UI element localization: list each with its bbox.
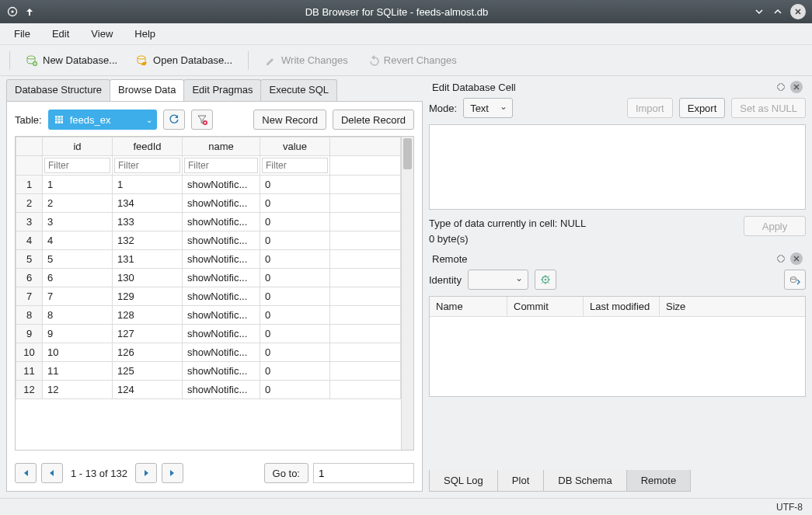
table-row[interactable]: 66130showNotific...0 — [16, 269, 401, 287]
remote-table[interactable]: Name Commit Last modified Size — [429, 296, 806, 397]
table-row[interactable]: 1111125showNotific...0 — [16, 362, 401, 381]
table-row[interactable]: 33133showNotific...0 — [16, 213, 401, 231]
table-row[interactable]: 111showNotific...0 — [16, 176, 401, 194]
row-number[interactable]: 4 — [16, 231, 43, 250]
remote-col-size[interactable]: Size — [660, 297, 805, 316]
cell-name[interactable]: showNotific... — [183, 231, 260, 250]
panel-float-icon[interactable] — [775, 81, 787, 93]
cell-name[interactable]: showNotific... — [183, 194, 260, 213]
cell-id[interactable]: 1 — [43, 176, 113, 194]
filter-value[interactable] — [262, 158, 328, 173]
vertical-scrollbar[interactable] — [401, 137, 413, 450]
cell-value[interactable]: 0 — [260, 381, 330, 399]
goto-button[interactable]: Go to: — [264, 463, 308, 483]
table-row[interactable]: 22134showNotific...0 — [16, 194, 401, 213]
row-number[interactable]: 1 — [16, 176, 43, 194]
clear-filters-button[interactable] — [191, 110, 213, 130]
cell-value[interactable]: 0 — [260, 176, 330, 194]
cell-id[interactable]: 10 — [43, 343, 113, 362]
identity-select[interactable] — [468, 270, 528, 290]
cell-value[interactable]: 0 — [260, 287, 330, 306]
data-grid[interactable]: id feedId name value — [15, 136, 414, 451]
new-database-button[interactable]: New Database... — [19, 51, 124, 70]
filter-name[interactable] — [184, 158, 258, 173]
row-number[interactable]: 11 — [16, 362, 43, 381]
cell-name[interactable]: showNotific... — [183, 306, 260, 325]
cell-feedid[interactable]: 128 — [113, 306, 183, 325]
row-number[interactable]: 10 — [16, 343, 43, 362]
pin-icon[interactable] — [23, 5, 36, 18]
new-record-button[interactable]: New Record — [253, 110, 326, 130]
revert-changes-button[interactable]: Revert Changes — [361, 51, 463, 70]
filter-id[interactable] — [44, 158, 110, 173]
cell-feedid[interactable]: 129 — [113, 287, 183, 306]
cell-name[interactable]: showNotific... — [183, 381, 260, 399]
open-database-button[interactable]: Open Database... — [130, 51, 239, 70]
cell-value[interactable]: 0 — [260, 213, 330, 231]
cell-value[interactable]: 0 — [260, 343, 330, 362]
cell-editor[interactable] — [429, 124, 806, 210]
delete-record-button[interactable]: Delete Record — [333, 110, 414, 130]
table-row[interactable]: 1212124showNotific...0 — [16, 381, 401, 399]
table-row[interactable]: 99127showNotific...0 — [16, 325, 401, 343]
mode-select[interactable]: Text — [463, 98, 513, 118]
cell-feedid[interactable]: 131 — [113, 250, 183, 269]
cell-feedid[interactable]: 134 — [113, 194, 183, 213]
cell-name[interactable]: showNotific... — [183, 325, 260, 343]
cell-id[interactable]: 8 — [43, 306, 113, 325]
page-prev-button[interactable] — [41, 463, 63, 483]
column-header-name[interactable]: name — [183, 137, 260, 156]
menu-edit[interactable]: Edit — [44, 26, 77, 41]
cell-id[interactable]: 2 — [43, 194, 113, 213]
page-first-button[interactable] — [15, 463, 37, 483]
table-row[interactable]: 44132showNotific...0 — [16, 231, 401, 250]
row-number[interactable]: 12 — [16, 381, 43, 399]
cell-id[interactable]: 6 — [43, 269, 113, 287]
refresh-button[interactable] — [163, 110, 185, 130]
write-changes-button[interactable]: Write Changes — [258, 51, 354, 70]
set-null-button[interactable]: Set as NULL — [731, 98, 806, 118]
cell-id[interactable]: 9 — [43, 325, 113, 343]
identity-settings-button[interactable] — [535, 270, 556, 290]
remote-col-commit[interactable]: Commit — [507, 297, 584, 316]
cell-id[interactable]: 4 — [43, 231, 113, 250]
goto-input[interactable] — [313, 463, 414, 483]
cell-feedid[interactable]: 127 — [113, 325, 183, 343]
row-number[interactable]: 3 — [16, 213, 43, 231]
cell-feedid[interactable]: 1 — [113, 176, 183, 194]
push-button[interactable] — [784, 270, 806, 290]
cell-name[interactable]: showNotific... — [183, 362, 260, 381]
cell-id[interactable]: 7 — [43, 287, 113, 306]
panel-close-button[interactable] — [790, 81, 803, 93]
row-number[interactable]: 6 — [16, 269, 43, 287]
tab-remote[interactable]: Remote — [626, 470, 692, 492]
column-header-feedid[interactable]: feedId — [113, 137, 183, 156]
export-button[interactable]: Export — [679, 98, 726, 118]
cell-value[interactable]: 0 — [260, 306, 330, 325]
table-row[interactable]: 55131showNotific...0 — [16, 250, 401, 269]
cell-value[interactable]: 0 — [260, 194, 330, 213]
menu-help[interactable]: Help — [127, 26, 163, 41]
maximize-button[interactable] — [772, 5, 784, 18]
cell-name[interactable]: showNotific... — [183, 213, 260, 231]
remote-col-last[interactable]: Last modified — [584, 297, 660, 316]
cell-value[interactable]: 0 — [260, 250, 330, 269]
cell-id[interactable]: 12 — [43, 381, 113, 399]
cell-feedid[interactable]: 126 — [113, 343, 183, 362]
cell-name[interactable]: showNotific... — [183, 269, 260, 287]
cell-feedid[interactable]: 133 — [113, 213, 183, 231]
page-next-button[interactable] — [135, 463, 157, 483]
cell-name[interactable]: showNotific... — [183, 343, 260, 362]
panel-close-button[interactable] — [790, 252, 803, 265]
cell-id[interactable]: 11 — [43, 362, 113, 381]
row-number[interactable]: 2 — [16, 194, 43, 213]
tab-browse-data[interactable]: Browse Data — [110, 79, 184, 101]
table-row[interactable]: 1010126showNotific...0 — [16, 343, 401, 362]
row-number[interactable]: 7 — [16, 287, 43, 306]
close-button[interactable] — [790, 4, 806, 19]
cell-value[interactable]: 0 — [260, 231, 330, 250]
cell-name[interactable]: showNotific... — [183, 250, 260, 269]
panel-float-icon[interactable] — [775, 252, 787, 265]
tab-db-schema[interactable]: DB Schema — [543, 470, 626, 492]
row-number[interactable]: 5 — [16, 250, 43, 269]
